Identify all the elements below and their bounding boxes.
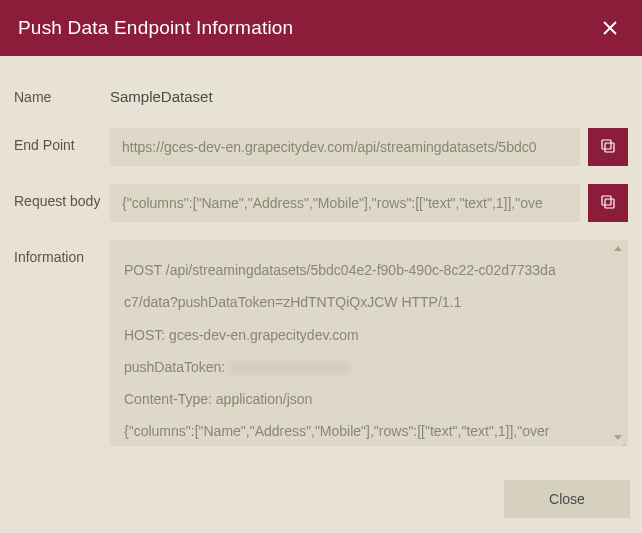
info-line: POST /api/streamingdatasets/5bdc04e2-f90…	[124, 254, 610, 286]
resize-grip-icon[interactable]	[614, 432, 626, 444]
close-button[interactable]: Close	[504, 480, 630, 518]
row-name: Name SampleDataset	[14, 80, 628, 106]
endpoint-field[interactable]	[110, 128, 580, 166]
label-request-body: Request body	[14, 184, 110, 210]
dialog-title: Push Data Endpoint Information	[18, 17, 293, 39]
dialog-footer: Close	[0, 471, 642, 533]
svg-rect-4	[605, 199, 614, 208]
info-line: c7/data?pushDataToken=zHdTNTQiQxJCW HTTP…	[124, 286, 610, 318]
information-box[interactable]: POST /api/streamingdatasets/5bdc04e2-f90…	[110, 240, 628, 446]
copy-icon	[599, 137, 617, 158]
info-line: pushDataToken:	[124, 351, 610, 383]
label-information: Information	[14, 240, 110, 266]
dialog-body: Name SampleDataset End Point Request bod…	[0, 56, 642, 471]
info-line: Content-Type: application/json	[124, 383, 610, 415]
chevron-up-icon	[614, 246, 622, 251]
copy-icon	[599, 193, 617, 214]
value-name: SampleDataset	[110, 80, 213, 105]
close-icon[interactable]	[596, 14, 624, 42]
label-endpoint: End Point	[14, 128, 110, 154]
label-name: Name	[14, 80, 110, 106]
titlebar: Push Data Endpoint Information	[0, 0, 642, 56]
svg-rect-2	[605, 143, 614, 152]
svg-rect-3	[602, 140, 611, 149]
info-line: {"columns":["Name","Address","Mobile"],"…	[124, 415, 610, 446]
svg-line-6	[617, 444, 625, 446]
row-request-body: Request body	[14, 184, 628, 222]
copy-request-body-button[interactable]	[588, 184, 628, 222]
request-body-field[interactable]	[110, 184, 580, 222]
redacted-token	[229, 361, 349, 375]
row-endpoint: End Point	[14, 128, 628, 166]
row-information: Information POST /api/streamingdatasets/…	[14, 240, 628, 446]
svg-rect-5	[602, 196, 611, 205]
push-data-endpoint-dialog: Push Data Endpoint Information Name Samp…	[0, 0, 642, 533]
copy-endpoint-button[interactable]	[588, 128, 628, 166]
info-line: HOST: gces-dev-en.grapecitydev.com	[124, 319, 610, 351]
scrollbar[interactable]	[610, 242, 626, 444]
